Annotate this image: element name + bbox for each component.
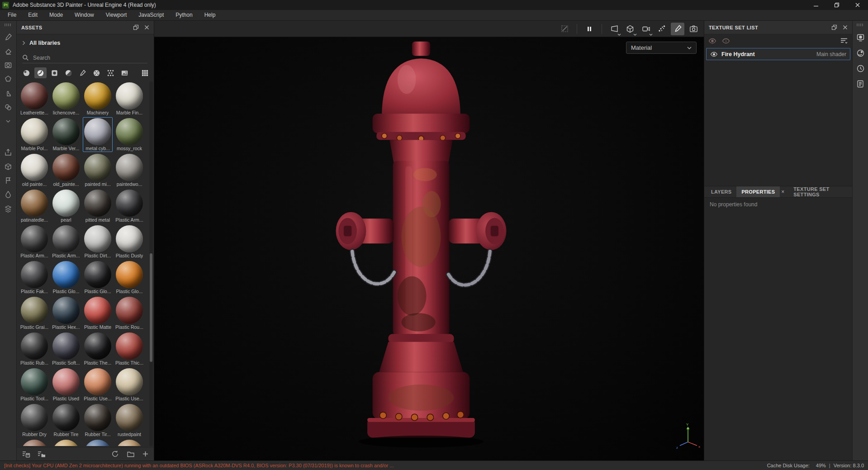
filter-procedurals-icon[interactable] <box>104 67 117 78</box>
paint-brush-mode-icon[interactable] <box>671 23 684 35</box>
asset-tile[interactable]: Leatherette... <box>19 81 49 116</box>
assets-scrollbar-thumb[interactable] <box>150 253 152 362</box>
grid-view-icon[interactable] <box>139 67 151 78</box>
filter-materials-icon[interactable] <box>20 67 33 78</box>
asset-tile[interactable]: Plastic Arm... <box>51 224 81 259</box>
asset-tile[interactable]: Plastic Hex... <box>51 296 81 331</box>
menu-python[interactable]: Python <box>170 10 198 20</box>
new-folder-icon[interactable] <box>127 451 134 457</box>
droplet-icon[interactable] <box>0 187 17 201</box>
asset-tile[interactable]: Plastic Dusty <box>114 224 144 259</box>
asset-tile[interactable]: Plastic Arm... <box>19 224 49 259</box>
asset-tile[interactable]: lichencove... <box>51 81 81 116</box>
menu-window[interactable]: Window <box>69 10 100 20</box>
asset-tile[interactable]: Plastic Glo... <box>114 260 144 295</box>
asset-tile[interactable] <box>19 439 49 446</box>
menu-javascript[interactable]: JavaScript <box>133 10 170 20</box>
filter-filters-icon[interactable] <box>62 67 75 78</box>
search-input[interactable] <box>33 55 147 61</box>
asset-tile[interactable]: pearl <box>51 189 81 223</box>
asset-tile[interactable]: old painte... <box>19 153 49 188</box>
close-window-button[interactable] <box>847 0 868 10</box>
menu-mode[interactable]: Mode <box>43 10 69 20</box>
assets-scrollbar[interactable] <box>149 81 153 446</box>
filter-images-icon[interactable] <box>119 67 131 78</box>
texture-set-float-icon[interactable] <box>831 24 837 30</box>
asset-tile[interactable]: Marble Pol... <box>19 117 49 152</box>
history-icon[interactable] <box>853 61 868 76</box>
asset-tile[interactable]: Plastic Tool... <box>19 367 49 402</box>
solo-visibility-icon[interactable]: 1 <box>722 38 730 44</box>
fire-hydrant-model[interactable] <box>290 40 552 454</box>
asset-tile[interactable] <box>83 439 113 446</box>
refresh-icon[interactable] <box>111 450 119 458</box>
menu-edit[interactable]: Edit <box>22 10 43 20</box>
perspective-view-icon[interactable] <box>607 23 621 35</box>
asset-tile[interactable] <box>114 439 144 446</box>
asset-tile[interactable]: patinatedle... <box>19 189 49 223</box>
asset-tile[interactable]: mossy_rock <box>114 117 144 152</box>
filter-smart-materials-icon[interactable] <box>34 67 47 78</box>
flag-icon[interactable] <box>0 173 17 187</box>
log-icon[interactable] <box>853 76 868 91</box>
tab-properties[interactable]: PROPERTIES <box>736 186 780 197</box>
asset-tile[interactable]: Marble Fin... <box>114 81 144 116</box>
asset-tile[interactable]: Plastic Glo... <box>83 260 113 295</box>
asset-tile[interactable]: Plastic Grai... <box>19 296 49 331</box>
asset-tile[interactable]: painted mi... <box>83 153 113 188</box>
asset-tile[interactable]: Plastic Glo... <box>51 260 81 295</box>
asset-tile[interactable]: Rubber Tir... <box>83 403 113 438</box>
assets-close-icon[interactable] <box>144 25 149 30</box>
tab-layers[interactable]: LAYERS <box>706 186 736 197</box>
asset-tile[interactable]: Plastic Rub... <box>19 332 49 366</box>
tools-expand-chevron-icon[interactable] <box>0 114 17 128</box>
add-resource-icon[interactable] <box>142 451 148 457</box>
deselect-icon[interactable] <box>558 23 571 35</box>
filter-smart-masks-icon[interactable] <box>48 67 61 78</box>
asset-tile[interactable]: Plastic Matte <box>83 296 113 331</box>
axis-gizmo[interactable]: Y x z <box>674 423 702 449</box>
asset-tile[interactable]: Plastic Used <box>51 367 81 402</box>
asset-tile[interactable]: Plastic Fak... <box>19 260 49 295</box>
filter-brushes-icon[interactable] <box>76 67 89 78</box>
package-icon[interactable] <box>0 159 17 173</box>
display-settings-icon[interactable] <box>853 30 868 45</box>
screenshot-icon[interactable] <box>687 23 700 35</box>
smudge-tool-icon[interactable] <box>0 86 17 100</box>
clone-tool-icon[interactable] <box>0 100 17 114</box>
asset-tile[interactable]: Plastic Soft... <box>51 332 81 366</box>
asset-tile[interactable]: old_painte... <box>51 153 81 188</box>
menu-viewport[interactable]: Viewport <box>100 10 133 20</box>
asset-tile[interactable]: Plastic Thic... <box>114 332 144 366</box>
asset-tile[interactable]: Plastic Dirt... <box>83 224 113 259</box>
pause-engine-icon[interactable] <box>583 23 596 35</box>
asset-tile[interactable]: metal cyb... <box>83 117 113 152</box>
eraser-tool-icon[interactable] <box>0 44 17 58</box>
status-warning[interactable]: [Init checks] Your CPU (AMD Zen 2 microa… <box>4 463 394 468</box>
toggle-all-visibility-icon[interactable] <box>708 38 716 44</box>
asset-tile[interactable]: rustedpaint <box>114 403 144 438</box>
asset-tile[interactable]: Plastic Use... <box>114 367 144 402</box>
shading-mode-dropdown[interactable]: Material <box>626 42 697 54</box>
shader-settings-icon[interactable] <box>853 45 868 61</box>
particles-icon[interactable] <box>655 23 669 35</box>
asset-tile[interactable]: Rubber Tire <box>51 403 81 438</box>
menu-file[interactable]: File <box>2 10 22 20</box>
paint-tool-icon[interactable] <box>0 30 17 44</box>
mesh-view-icon[interactable] <box>623 23 637 35</box>
stack-icon[interactable] <box>0 201 17 215</box>
library-selector[interactable]: All libraries <box>22 40 60 46</box>
asset-tile[interactable] <box>51 439 81 446</box>
sort-filter-icon[interactable] <box>840 38 848 44</box>
asset-tile[interactable]: Plastic Arm... <box>114 189 144 223</box>
tab-texture-set-settings[interactable]: TEXTURE SET SETTINGS <box>788 186 852 197</box>
projection-tool-icon[interactable] <box>0 58 17 72</box>
asset-tile[interactable]: pitted metal <box>83 189 113 223</box>
asset-tile[interactable]: Marble Ver... <box>51 117 81 152</box>
texture-set-row[interactable]: Fire Hydrant Main shader <box>706 48 850 60</box>
asset-tile[interactable]: paintedwo... <box>114 153 144 188</box>
filter-alphas-icon[interactable] <box>90 67 103 78</box>
asset-tile[interactable]: Rubber Dry <box>19 403 49 438</box>
viewport-3d[interactable]: Material <box>154 21 704 461</box>
import-resources-icon[interactable] <box>38 451 46 458</box>
